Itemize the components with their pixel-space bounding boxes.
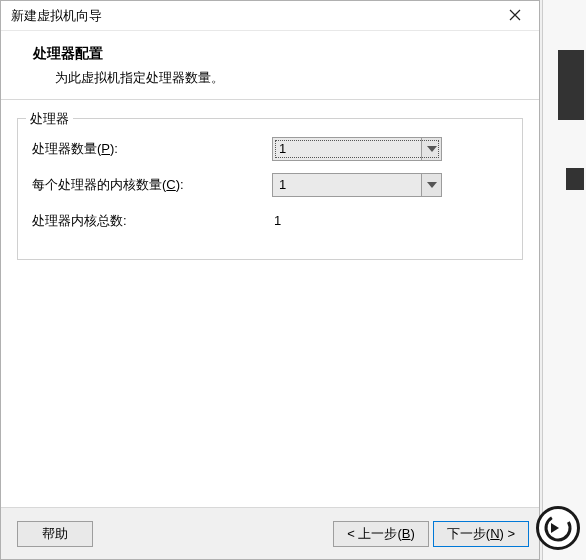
wizard-body: 处理器 处理器数量(P): 1 每个处理器的内核数量(C): 1 (1, 100, 539, 507)
wizard-dialog: 新建虚拟机向导 处理器配置 为此虚拟机指定处理器数量。 处理器 处理器数量(P)… (0, 0, 540, 560)
row-cores-per-processor: 每个处理器的内核数量(C): 1 (32, 173, 508, 197)
wizard-footer: 帮助 < 上一步(B) 下一步(N) > (1, 507, 539, 559)
label-cores-per-processor: 每个处理器的内核数量(C): (32, 176, 272, 194)
chevron-down-icon[interactable] (421, 174, 441, 196)
label-total-cores: 处理器内核总数: (32, 212, 272, 230)
page-subtitle: 为此虚拟机指定处理器数量。 (33, 69, 521, 87)
value-total-cores: 1 (272, 209, 281, 233)
label-processor-count: 处理器数量(P): (32, 140, 272, 158)
combo-value: 1 (273, 174, 421, 196)
window-title: 新建虚拟机向导 (11, 7, 495, 25)
group-legend: 处理器 (26, 110, 73, 128)
processors-group: 处理器 处理器数量(P): 1 每个处理器的内核数量(C): 1 (17, 118, 523, 260)
close-button[interactable] (495, 2, 535, 30)
wizard-header: 处理器配置 为此虚拟机指定处理器数量。 (1, 31, 539, 100)
row-processor-count: 处理器数量(P): 1 (32, 137, 508, 161)
back-button[interactable]: < 上一步(B) (333, 521, 429, 547)
combo-processor-count[interactable]: 1 (272, 137, 442, 161)
titlebar: 新建虚拟机向导 (1, 1, 539, 31)
row-total-cores: 处理器内核总数: 1 (32, 209, 508, 233)
chevron-down-icon[interactable] (421, 138, 441, 160)
watermark-logo (536, 506, 580, 550)
combo-value: 1 (273, 138, 421, 160)
background-panel (542, 0, 586, 560)
next-button[interactable]: 下一步(N) > (433, 521, 529, 547)
combo-cores-per-processor[interactable]: 1 (272, 173, 442, 197)
page-title: 处理器配置 (33, 45, 521, 63)
close-icon (509, 7, 521, 24)
help-button[interactable]: 帮助 (17, 521, 93, 547)
